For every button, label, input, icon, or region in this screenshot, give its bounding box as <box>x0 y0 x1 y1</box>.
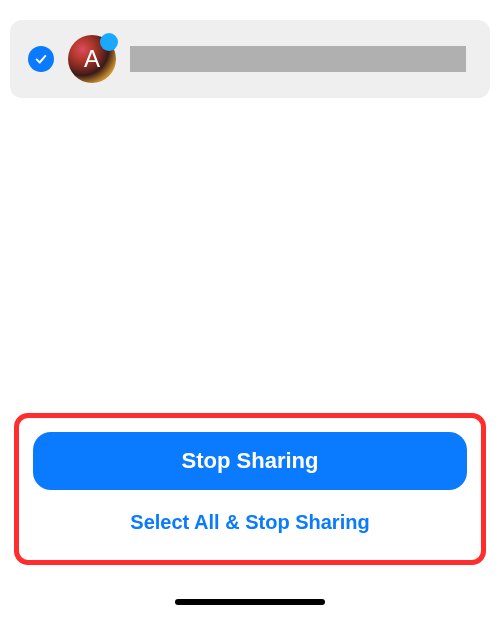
stop-sharing-button[interactable]: Stop Sharing <box>33 432 467 490</box>
checkbox-selected-icon[interactable] <box>28 46 54 72</box>
avatar-initial: A <box>84 45 100 73</box>
home-indicator[interactable] <box>175 599 325 605</box>
action-panel-highlighted: Stop Sharing Select All & Stop Sharing <box>14 413 486 565</box>
check-icon <box>34 52 48 66</box>
status-dot-icon <box>100 33 118 51</box>
contact-avatar: A <box>68 35 116 83</box>
contact-list-item[interactable]: A <box>10 20 490 98</box>
stop-sharing-label: Stop Sharing <box>182 448 319 474</box>
contact-name-redacted <box>130 46 466 72</box>
select-all-label: Select All & Stop Sharing <box>130 511 369 534</box>
select-all-stop-sharing-button[interactable]: Select All & Stop Sharing <box>33 494 467 550</box>
